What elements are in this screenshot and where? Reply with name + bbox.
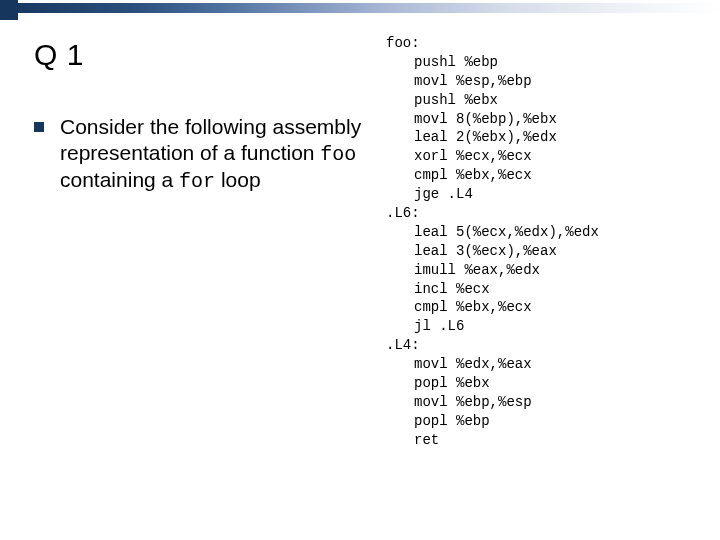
asm-instruction-line: movl %esp,%ebp	[414, 72, 599, 91]
bullet-item: Consider the following assembly represen…	[34, 114, 384, 194]
asm-label-line: foo:	[386, 34, 599, 53]
prompt-part-2: containing a	[60, 168, 179, 191]
asm-instruction-line: leal 3(%ecx),%eax	[414, 242, 599, 261]
prompt-text: Consider the following assembly represen…	[60, 114, 384, 194]
slide-content: Q 1 Consider the following assembly repr…	[0, 20, 720, 540]
asm-instruction-line: popl %ebx	[414, 374, 599, 393]
square-bullet-icon	[34, 122, 44, 132]
accent-square	[0, 0, 18, 20]
asm-instruction-line: movl %edx,%eax	[414, 355, 599, 374]
content-columns: Consider the following assembly represen…	[34, 112, 720, 194]
asm-instruction-line: movl %ebp,%esp	[414, 393, 599, 412]
prompt-part-3: loop	[215, 168, 261, 191]
asm-instruction-line: leal 5(%ecx,%edx),%edx	[414, 223, 599, 242]
asm-instruction-line: popl %ebp	[414, 412, 599, 431]
assembly-listing: foo:pushl %ebpmovl %esp,%ebppushl %ebxmo…	[386, 34, 599, 450]
accent-gradient-bar	[0, 3, 720, 13]
slide-title: Q 1	[34, 38, 720, 72]
asm-instruction-line: pushl %ebp	[414, 53, 599, 72]
asm-instruction-line: leal 2(%ebx),%edx	[414, 128, 599, 147]
asm-instruction-line: ret	[414, 431, 599, 450]
code-for: for	[179, 170, 215, 193]
asm-instruction-line: pushl %ebx	[414, 91, 599, 110]
asm-instruction-line: imull %eax,%edx	[414, 261, 599, 280]
slide-top-accent	[0, 0, 720, 10]
asm-instruction-line: cmpl %ebx,%ecx	[414, 166, 599, 185]
asm-instruction-line: cmpl %ebx,%ecx	[414, 298, 599, 317]
prompt-column: Consider the following assembly represen…	[34, 112, 384, 194]
prompt-part-1: Consider the following assembly represen…	[60, 115, 361, 164]
asm-instruction-line: movl 8(%ebp),%ebx	[414, 110, 599, 129]
asm-label-line: .L6:	[386, 204, 599, 223]
code-foo: foo	[320, 143, 356, 166]
asm-instruction-line: incl %ecx	[414, 280, 599, 299]
asm-instruction-line: jge .L4	[414, 185, 599, 204]
asm-label-line: .L4:	[386, 336, 599, 355]
asm-instruction-line: xorl %ecx,%ecx	[414, 147, 599, 166]
asm-instruction-line: jl .L6	[414, 317, 599, 336]
